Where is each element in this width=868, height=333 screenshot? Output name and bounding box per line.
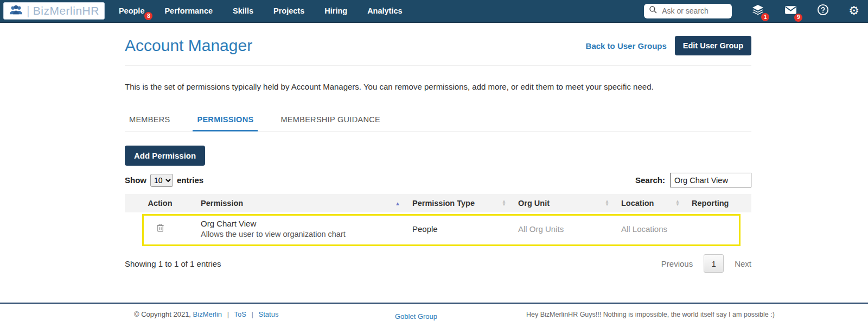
sort-neutral-icon: ▲▼ — [605, 200, 610, 206]
logo-divider: | — [27, 4, 30, 18]
sort-ascending-icon: ▲ — [395, 200, 401, 206]
tab-bar: MEMBERS PERMISSIONS MEMBERSHIP GUIDANCE — [125, 115, 751, 131]
table-search-control: Search: — [635, 173, 751, 187]
add-permission-button[interactable]: Add Permission — [125, 146, 205, 166]
page-header: Account Manager Back to User Groups Edit… — [125, 23, 751, 66]
question-circle-icon — [817, 4, 829, 18]
pagination: Previous 1 Next — [661, 254, 751, 273]
copyright-text: © Copyright 2021, — [134, 310, 191, 318]
column-header-org-unit[interactable]: Org Unit ▲▼ — [513, 199, 616, 208]
goblet-group-link[interactable]: Goblet Group — [395, 312, 437, 321]
sort-neutral-icon: ▲▼ — [502, 200, 507, 206]
trash-icon — [155, 223, 165, 235]
global-search-box[interactable] — [644, 4, 732, 18]
people-group-icon — [9, 3, 23, 20]
menu-item-skills[interactable]: Skills — [233, 7, 253, 15]
help-button[interactable] — [817, 4, 829, 18]
table-search-input[interactable] — [670, 173, 751, 187]
menu-item-projects[interactable]: Projects — [273, 7, 304, 15]
org-unit-cell: All Org Units — [513, 224, 616, 234]
bizmerlin-link[interactable]: BizMerlin — [193, 310, 222, 318]
edit-user-group-button[interactable]: Edit User Group — [675, 36, 751, 55]
tab-permissions[interactable]: PERMISSIONS — [193, 115, 258, 131]
list-controls: Show 10 entries Search: — [125, 173, 751, 187]
top-navbar: | BizMerlinHR People 8 Performance Skill… — [0, 0, 868, 23]
next-page-button[interactable]: Next — [735, 259, 751, 268]
page-size-select[interactable]: 10 — [150, 174, 173, 187]
logo-text: BizMerlinHR — [33, 4, 99, 17]
menu-item-people-label: People — [119, 7, 145, 15]
menu-item-performance[interactable]: Performance — [164, 7, 213, 15]
tos-link[interactable]: ToS — [234, 310, 246, 318]
permission-cell: Org Chart View Allows the user to view o… — [195, 219, 407, 238]
permission-title: Org Chart View — [201, 219, 401, 228]
main-content: Account Manager Back to User Groups Edit… — [125, 23, 751, 273]
location-cell: All Locations — [616, 224, 686, 234]
menu-item-analytics[interactable]: Analytics — [367, 7, 402, 15]
delete-permission-button[interactable] — [125, 223, 195, 235]
people-notification-badge: 8 — [144, 12, 152, 20]
tab-members[interactable]: MEMBERS — [125, 115, 174, 131]
table-footer: Showing 1 to 1 of 1 entries Previous 1 N… — [125, 254, 751, 273]
table-search-label: Search: — [635, 175, 665, 185]
messages-notification-badge: 9 — [794, 14, 802, 22]
settings-button[interactable]: ⚙ — [848, 5, 859, 17]
menu-item-hiring[interactable]: Hiring — [324, 7, 347, 15]
search-icon — [649, 5, 658, 16]
previous-page-button[interactable]: Previous — [661, 259, 693, 268]
table-header-row: Action Permission ▲ Permission Type ▲▼ O… — [125, 194, 751, 212]
column-header-location[interactable]: Location ▲▼ — [616, 199, 686, 208]
column-header-action[interactable]: Action — [125, 199, 195, 208]
navbar-right-controls: 1 9 ⚙ — [644, 3, 859, 19]
footer-message: Hey BizMerlinHR Guys!!! Nothing is impos… — [526, 311, 775, 318]
page-title: Account Manager — [125, 36, 252, 55]
page-number-button[interactable]: 1 — [704, 254, 724, 273]
permissions-table: Action Permission ▲ Permission Type ▲▼ O… — [125, 194, 751, 246]
learning-stack-button[interactable]: 1 — [751, 3, 764, 18]
permission-type-cell: People — [407, 224, 513, 234]
show-label: Show — [125, 175, 146, 185]
gear-icon: ⚙ — [848, 5, 859, 17]
global-search-input[interactable] — [661, 6, 727, 16]
main-menu: People 8 Performance Skills Projects Hir… — [119, 7, 403, 15]
table-row: Org Chart View Allows the user to view o… — [125, 212, 751, 246]
column-header-permission-type[interactable]: Permission Type ▲▼ — [407, 199, 513, 208]
entries-label: entries — [177, 175, 203, 185]
page-size-control: Show 10 entries — [125, 174, 203, 187]
header-actions: Back to User Groups Edit User Group — [586, 36, 751, 55]
messages-button[interactable]: 9 — [784, 3, 797, 19]
layers-notification-badge: 1 — [761, 13, 769, 21]
page-footer: © Copyright 2021, BizMerlin | ToS | Stat… — [0, 303, 868, 333]
tab-membership-guidance[interactable]: MEMBERSHIP GUIDANCE — [276, 115, 385, 131]
entries-summary: Showing 1 to 1 of 1 entries — [125, 259, 221, 268]
group-description: This is the set of permissions typically… — [125, 82, 751, 91]
app-logo[interactable]: | BizMerlinHR — [3, 2, 105, 20]
back-to-user-groups-link[interactable]: Back to User Groups — [586, 41, 667, 51]
permission-description: Allows the user to view organization cha… — [201, 230, 401, 238]
column-header-reporting[interactable]: Reporting — [686, 199, 751, 208]
status-link[interactable]: Status — [259, 310, 279, 318]
column-header-permission[interactable]: Permission ▲ — [195, 199, 407, 208]
sort-neutral-icon: ▲▼ — [675, 200, 681, 206]
copyright-block: © Copyright 2021, BizMerlin | ToS | Stat… — [134, 310, 278, 318]
menu-item-people[interactable]: People 8 — [119, 7, 145, 15]
